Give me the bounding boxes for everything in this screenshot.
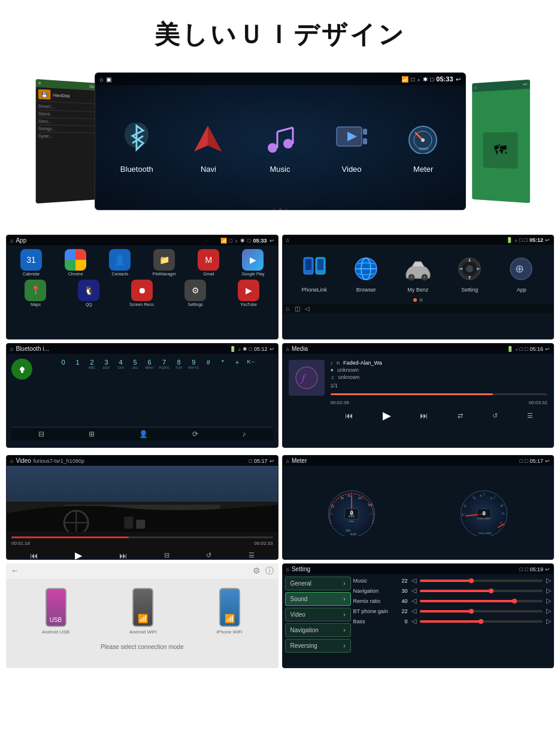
home-app-app[interactable]: ⊕ App [505, 254, 538, 293]
screenshots-grid-2: ⌂ Video furious7-tsr1_h1080p □ 05:17 ↩ [0, 451, 560, 563]
bt-icon-4[interactable]: ⟳ [192, 430, 198, 438]
hero-status-bar: ⌂ ▣ 📶 □ ⬦ ✱ □ 05:33 ↩ [95, 73, 465, 85]
media-shuffle-btn[interactable]: ↺ [492, 412, 498, 420]
app-item-settings[interactable]: ⚙ Settings [170, 280, 221, 307]
phonelink-android-usb[interactable]: USB Android USB [42, 588, 69, 635]
video-time: 05:17 [254, 458, 268, 464]
video-repeat-btn[interactable]: ↺ [206, 551, 211, 559]
bt-icon-3[interactable]: 👤 [139, 430, 148, 438]
btgain-slider[interactable] [420, 610, 543, 612]
settings-btgain-row: BT phone gain 22 ◁ ▷ [353, 607, 552, 615]
bottom-section: ← ⚙ ⓘ USB Android USB 📶 Android WiFi [0, 563, 560, 674]
home-app-setting[interactable]: Setting [453, 254, 486, 293]
music-slider[interactable] [420, 580, 543, 582]
dial-numbers: 0 1 2 ABC 3 DEF [42, 359, 273, 369]
home-app-label: App [517, 287, 526, 293]
settings-video[interactable]: Video › [285, 608, 351, 621]
video-progress-bar[interactable] [11, 536, 273, 538]
svg-rect-19 [317, 259, 323, 270]
media-album: unknown [338, 374, 359, 380]
home-dot-indicator [283, 296, 554, 304]
app-item-contacts[interactable]: 👤 Contacts [99, 249, 141, 276]
app-screen-header: ⌂ App 📶 □ ⬦ ✱ □ 05:33 ↩ [7, 235, 278, 245]
svg-text:7: 7 [502, 513, 504, 515]
home-app-phonelink[interactable]: PhoneLink [298, 254, 331, 293]
settings-navigation[interactable]: Navigation › [285, 623, 351, 637]
svg-point-3 [268, 143, 277, 153]
video-mode-btn[interactable]: ⊟ [164, 551, 169, 559]
hero-video-label: Video [342, 165, 362, 174]
app-item-calendar[interactable]: 31 Calendar [10, 249, 52, 276]
app-grid-row2: 📍 Maps 🐧 QQ ⏺ Screen Reco. ⚙ Settings ▶ … [7, 280, 278, 310]
bt-icon-1[interactable]: ⊟ [38, 430, 44, 438]
settings-sound[interactable]: Sound › [285, 592, 351, 606]
meter-screen: ⌂ Meter □ □ 05:17 ↩ [282, 455, 555, 560]
bt-icon-2[interactable]: ⊞ [89, 430, 95, 438]
svg-rect-11 [363, 138, 367, 144]
app-item-gmail[interactable]: M Gmail [187, 249, 229, 276]
home-screen-header: ⌂ 🔋 ⬦ □ □ 05:12 ↩ [283, 235, 554, 245]
video-next-btn[interactable]: ⏭ [119, 551, 128, 560]
media-progress-bar[interactable] [331, 393, 548, 395]
video-list-btn[interactable]: ☰ [249, 551, 255, 559]
hero-main-card: ⌂ ▣ 📶 □ ⬦ ✱ □ 05:33 ↩ [95, 72, 466, 210]
svg-text:⊕: ⊕ [515, 263, 524, 275]
media-next-btn[interactable]: ⏭ [420, 411, 428, 420]
settings-general[interactable]: General › [285, 577, 351, 590]
video-total-time: 00:02:33 [254, 541, 273, 546]
media-progress-fill [331, 393, 494, 395]
media-track: 1/1 [331, 383, 548, 389]
bluetooth-time: 05:12 [254, 346, 268, 352]
send-button[interactable] [11, 359, 32, 380]
svg-text:0 km: 0 km [349, 519, 355, 522]
bt-icon-5[interactable]: ♪ [243, 430, 246, 438]
bluetooth-content: 0 1 2 ABC 3 DEF [7, 354, 278, 445]
phonelink-info-icon[interactable]: ⓘ [265, 566, 274, 577]
media-repeat-btn[interactable]: ⇄ [458, 412, 463, 420]
phonelink-back-btn[interactable]: ← [11, 566, 19, 577]
svg-text:60: 60 [347, 494, 351, 497]
home-app-mybenz[interactable]: My Benz [401, 254, 434, 293]
hero-app-meter[interactable]: km/h Meter [399, 118, 447, 174]
home-app-browser[interactable]: Browser [350, 254, 383, 293]
phonelink-iphone-wifi[interactable]: 📶 iPhone WiFi [216, 588, 242, 635]
phonelink-gear-icon[interactable]: ⚙ [253, 566, 261, 577]
bluetooth-toolbar: ⊟ ⊞ 👤 ⟳ ♪ [11, 427, 273, 441]
app-item-maps[interactable]: 📍 Maps [10, 280, 61, 307]
app-item-filemanager[interactable]: 📁 FileManager [143, 249, 185, 276]
navigation-slider[interactable] [420, 590, 543, 592]
home-mybenz-label: My Benz [407, 287, 428, 293]
video-play-btn[interactable]: ▶ [75, 550, 82, 560]
app-item-googleplay[interactable]: ▶ Google Play [232, 249, 274, 276]
media-prev-btn[interactable]: ⏮ [345, 411, 353, 420]
svg-rect-18 [305, 259, 311, 270]
screenshots-grid: ⌂ App 📶 □ ⬦ ✱ □ 05:33 ↩ 31 Calendar Chro… [0, 231, 560, 451]
app-item-screenrec[interactable]: ⏺ Screen Reco. [117, 280, 168, 307]
app-item-youtube[interactable]: ▶ YouTube [223, 280, 274, 307]
hero-app-bluetooth[interactable]: Bluetooth [113, 118, 161, 174]
settings-music-row: Music 22 ◁ ▷ [353, 577, 552, 584]
media-controls: ⏮ ▶ ⏭ ⇄ ↺ ☰ [331, 409, 548, 422]
svg-text:0: 0 [483, 510, 486, 516]
video-filename: furious7-tsr1_h1080p [34, 458, 84, 464]
phonelink-instruction: Please select connection mode [6, 638, 279, 656]
app-screen: ⌂ App 📶 □ ⬦ ✱ □ 05:33 ↩ 31 Calendar Chro… [6, 235, 279, 339]
android-usb-label: Android USB [42, 629, 69, 635]
settings-reversing[interactable]: Reversing › [285, 639, 351, 653]
settings-remix-row: Remix ratio 40 ◁ ▷ [353, 597, 552, 605]
app-item-chrome[interactable]: Chrome [55, 249, 96, 276]
hero-app-navi[interactable]: Navi [184, 118, 232, 174]
svg-text:1: 1 [462, 513, 464, 516]
bass-slider[interactable] [420, 620, 543, 623]
media-list-btn[interactable]: ☰ [527, 412, 533, 420]
hero-app-music[interactable]: Music [256, 118, 304, 174]
home-setting-label: Setting [461, 287, 478, 293]
hero-app-video[interactable]: Video [328, 118, 376, 174]
app-item-qq[interactable]: 🐧 QQ [63, 280, 114, 307]
video-progress-fill [11, 536, 129, 538]
app-screen-time: 05:33 [253, 238, 267, 244]
video-prev-btn[interactable]: ⏮ [30, 551, 38, 560]
media-play-btn[interactable]: ▶ [383, 409, 391, 422]
remix-slider[interactable] [420, 600, 543, 602]
phonelink-android-wifi[interactable]: 📶 Android WiFi [129, 588, 157, 635]
